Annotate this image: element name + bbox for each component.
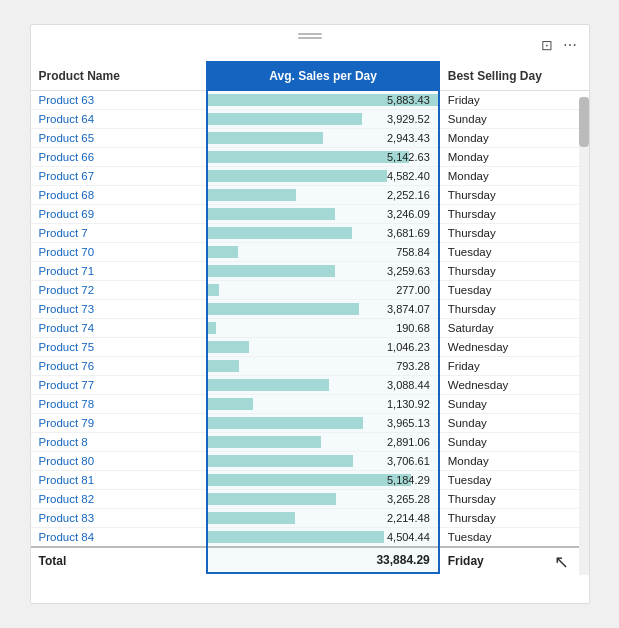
table-card: ⊡ ⋯ Product Name Avg. Sales per Day Best… — [30, 24, 590, 604]
col-header-avg[interactable]: Avg. Sales per Day — [207, 62, 438, 90]
col-header-day[interactable]: Best Selling Day — [439, 62, 589, 90]
cell-day: Wednesday — [439, 338, 589, 357]
cell-avg: 758.84 — [207, 243, 438, 262]
table-row: Product 82,891.06Sunday — [31, 433, 589, 452]
cell-avg: 2,252.16 — [207, 186, 438, 205]
cell-day: Sunday — [439, 110, 589, 129]
cell-avg-value: 3,874.07 — [387, 303, 430, 315]
cell-avg: 793.28 — [207, 357, 438, 376]
cell-product: Product 83 — [31, 509, 208, 528]
cell-day: Tuesday — [439, 528, 589, 548]
cell-day: Thursday — [439, 205, 589, 224]
scrollbar-track[interactable] — [579, 97, 589, 575]
cell-product: Product 75 — [31, 338, 208, 357]
cell-day: Thursday — [439, 300, 589, 319]
cell-avg-value: 5,184.29 — [387, 474, 430, 486]
col-header-product[interactable]: Product Name — [31, 62, 208, 90]
cell-avg: 2,891.06 — [207, 433, 438, 452]
cell-avg: 2,214.48 — [207, 509, 438, 528]
cell-product: Product 76 — [31, 357, 208, 376]
cell-product: Product 69 — [31, 205, 208, 224]
cell-day: Thursday — [439, 186, 589, 205]
expand-icon[interactable]: ⊡ — [539, 35, 555, 55]
cell-day: Thursday — [439, 509, 589, 528]
cell-avg: 3,706.61 — [207, 452, 438, 471]
cell-day: Monday — [439, 167, 589, 186]
table-footer-row: Total 33,884.29 Friday — [31, 547, 589, 573]
table-row: Product 815,184.29Tuesday — [31, 471, 589, 490]
cell-avg-value: 3,246.09 — [387, 208, 430, 220]
cell-product: Product 77 — [31, 376, 208, 395]
cell-avg: 277.00 — [207, 281, 438, 300]
cell-day: Friday — [439, 357, 589, 376]
table-row: Product 844,504.44Tuesday — [31, 528, 589, 548]
cell-avg: 3,259.63 — [207, 262, 438, 281]
cell-avg: 2,943.43 — [207, 129, 438, 148]
cell-day: Monday — [439, 148, 589, 167]
cell-avg: 3,088.44 — [207, 376, 438, 395]
cell-product: Product 7 — [31, 224, 208, 243]
cell-product: Product 79 — [31, 414, 208, 433]
table-row: Product 70758.84Tuesday — [31, 243, 589, 262]
cell-avg-value: 3,681.69 — [387, 227, 430, 239]
table-header-row: Product Name Avg. Sales per Day Best Sel… — [31, 62, 589, 90]
scrollbar-thumb[interactable] — [579, 97, 589, 147]
cell-avg-value: 3,706.61 — [387, 455, 430, 467]
cell-day: Sunday — [439, 395, 589, 414]
footer-avg: 33,884.29 — [207, 547, 438, 573]
cell-avg: 3,681.69 — [207, 224, 438, 243]
drag-handle[interactable] — [298, 33, 322, 39]
cell-day: Monday — [439, 452, 589, 471]
cell-product: Product 81 — [31, 471, 208, 490]
cell-product: Product 67 — [31, 167, 208, 186]
cell-product: Product 63 — [31, 90, 208, 110]
cell-avg: 5,184.29 — [207, 471, 438, 490]
cell-avg: 3,929.52 — [207, 110, 438, 129]
cell-avg-value: 2,891.06 — [387, 436, 430, 448]
header-icons: ⊡ ⋯ — [539, 35, 579, 55]
table-row: Product 733,874.07Thursday — [31, 300, 589, 319]
cell-day: Wednesday — [439, 376, 589, 395]
cell-avg-value: 3,265.28 — [387, 493, 430, 505]
table-row: Product 832,214.48Thursday — [31, 509, 589, 528]
table-row: Product 665,142.63Monday — [31, 148, 589, 167]
cell-avg: 4,504.44 — [207, 528, 438, 548]
cell-day: Friday — [439, 90, 589, 110]
table-row: Product 652,943.43Monday — [31, 129, 589, 148]
cell-product: Product 78 — [31, 395, 208, 414]
table-wrapper[interactable]: Product Name Avg. Sales per Day Best Sel… — [31, 61, 589, 603]
cell-day: Sunday — [439, 433, 589, 452]
cell-day: Thursday — [439, 224, 589, 243]
cell-avg: 3,265.28 — [207, 490, 438, 509]
cursor-indicator: ↖ — [554, 551, 569, 573]
cell-day: Monday — [439, 129, 589, 148]
cell-product: Product 73 — [31, 300, 208, 319]
table-row: Product 803,706.61Monday — [31, 452, 589, 471]
cell-product: Product 72 — [31, 281, 208, 300]
table-row: Product 74190.68Saturday — [31, 319, 589, 338]
cell-avg-value: 793.28 — [396, 360, 430, 372]
cell-day: Tuesday — [439, 471, 589, 490]
table-row: Product 682,252.16Thursday — [31, 186, 589, 205]
cell-product: Product 68 — [31, 186, 208, 205]
cell-avg: 4,582.40 — [207, 167, 438, 186]
cell-avg-value: 3,259.63 — [387, 265, 430, 277]
cell-product: Product 71 — [31, 262, 208, 281]
cell-avg-value: 1,046.23 — [387, 341, 430, 353]
cell-product: Product 66 — [31, 148, 208, 167]
cell-avg: 1,046.23 — [207, 338, 438, 357]
cell-avg-value: 4,582.40 — [387, 170, 430, 182]
table-row: Product 72277.00Tuesday — [31, 281, 589, 300]
cell-product: Product 8 — [31, 433, 208, 452]
cell-avg-value: 5,883.43 — [387, 94, 430, 106]
cell-day: Thursday — [439, 262, 589, 281]
cell-avg-value: 277.00 — [396, 284, 430, 296]
cell-avg-value: 2,214.48 — [387, 512, 430, 524]
table-row: Product 773,088.44Wednesday — [31, 376, 589, 395]
more-options-icon[interactable]: ⋯ — [561, 35, 579, 55]
cell-avg-value: 758.84 — [396, 246, 430, 258]
table-row: Product 793,965.13Sunday — [31, 414, 589, 433]
cell-product: Product 64 — [31, 110, 208, 129]
cell-product: Product 74 — [31, 319, 208, 338]
cell-avg-value: 3,965.13 — [387, 417, 430, 429]
